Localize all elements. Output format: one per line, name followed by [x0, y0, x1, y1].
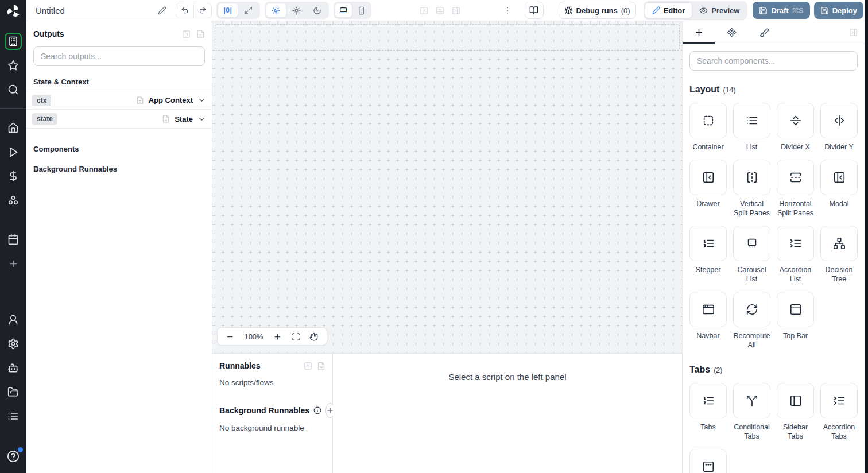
help-button[interactable] [6, 449, 21, 464]
grid-line [590, 21, 591, 353]
grid-line [269, 21, 269, 353]
component-card-carousel-list[interactable] [733, 226, 770, 261]
draft-button[interactable]: Draft ⌘S [753, 2, 809, 19]
doc-icon[interactable] [317, 362, 326, 370]
editor-preview-toggle: Editor Preview [644, 1, 748, 20]
component-card-top-bar[interactable] [777, 292, 814, 327]
collapse-right-panel-icon[interactable] [849, 28, 858, 37]
chevron-down-icon[interactable] [197, 96, 206, 104]
component-card-horizontal-split-panes[interactable] [777, 160, 814, 195]
fit-view-button[interactable] [292, 332, 300, 341]
sidebar-search-button[interactable] [5, 81, 22, 98]
component-item-accordion-tabs: Accordion Tabs [820, 383, 858, 441]
component-card-modal[interactable] [820, 160, 858, 195]
grid-line [212, 270, 682, 271]
grid-line [452, 21, 453, 353]
sidebar-list-button[interactable] [5, 408, 22, 425]
sidebar-star-button[interactable] [5, 57, 22, 74]
sidebar-user-button[interactable] [5, 311, 22, 328]
theme-dark-button[interactable] [307, 3, 328, 18]
component-card-list[interactable] [733, 103, 770, 138]
grid-line [212, 96, 682, 96]
panel-bottom-toggle-icon[interactable] [436, 6, 444, 15]
grid-line [425, 21, 425, 353]
section-title: Tabs [689, 365, 710, 375]
grid-line [361, 21, 361, 353]
more-menu-button[interactable] [503, 6, 512, 15]
component-card-navbar[interactable] [689, 292, 727, 327]
component-item-list: List [733, 103, 770, 152]
component-label: Top Bar [777, 331, 814, 340]
theme-auto-button[interactable] [266, 3, 286, 18]
collapse-runnables-icon[interactable] [304, 362, 312, 370]
component-card-accordion-tabs[interactable] [820, 383, 858, 418]
search-icon [7, 84, 19, 95]
panel-left-toggle-icon[interactable] [420, 6, 428, 15]
pan-mode-button[interactable] [309, 332, 318, 341]
deploy-button[interactable]: Deploy [814, 2, 863, 19]
doc-icon[interactable] [196, 30, 205, 38]
sidebar-folder-button[interactable] [5, 383, 22, 401]
screen-right-edge [865, 0, 868, 473]
theme-light-button[interactable] [286, 3, 307, 18]
component-item-divider-x: Divider X [777, 103, 814, 152]
tab-insert-component[interactable] [683, 21, 715, 44]
grid-line [212, 169, 682, 170]
undo-button[interactable] [176, 3, 193, 18]
component-card-accordion-list[interactable] [777, 226, 814, 261]
tab-settings-component[interactable] [715, 21, 748, 44]
network-icon [833, 237, 846, 250]
plus-icon [9, 259, 18, 269]
components-search-input[interactable] [689, 51, 858, 71]
canvas-dropzone[interactable] [215, 24, 680, 51]
tab-styling[interactable] [748, 21, 781, 44]
sidebar-building-button[interactable] [5, 33, 22, 50]
component-card-vertical-split-panes[interactable] [733, 160, 770, 195]
collapse-outputs-icon[interactable] [182, 30, 191, 38]
panel-right-toggle-icon[interactable] [452, 6, 460, 15]
component-card-recompute-all[interactable] [733, 292, 770, 327]
fixed-width-toggle[interactable]: |0| [218, 3, 238, 18]
component-card-divider-y[interactable] [820, 103, 858, 138]
editor-tab[interactable]: Editor [645, 2, 693, 18]
sidebar-plus-button[interactable] [5, 255, 22, 272]
zoom-out-button[interactable] [226, 332, 234, 341]
output-row-state[interactable]: stateState [26, 110, 212, 129]
grid-line [287, 21, 288, 353]
grid-line [581, 21, 582, 353]
sidebar-dollar-button[interactable] [5, 168, 22, 185]
debug-runs-button[interactable]: Debug runs (0) [559, 2, 636, 19]
undo-icon [181, 6, 189, 14]
expand-width-toggle[interactable] [238, 3, 259, 18]
sidebar-play-button[interactable] [5, 144, 22, 161]
outputs-search-input[interactable] [33, 46, 205, 66]
mobile-view-button[interactable] [352, 3, 370, 18]
chevron-down-icon[interactable] [197, 115, 206, 123]
component-card-decision-tree[interactable] [820, 226, 858, 261]
component-card-tabs[interactable] [689, 383, 727, 418]
sidebar-home-button[interactable] [5, 119, 22, 137]
redo-button[interactable] [193, 3, 211, 18]
app-canvas[interactable]: 100% [212, 21, 682, 353]
sidebar-calendar-button[interactable] [5, 231, 22, 248]
preview-tab[interactable]: Preview [692, 2, 746, 18]
component-card-conditional-tabs[interactable] [733, 383, 770, 418]
sidebar-resources-button[interactable] [5, 192, 22, 209]
windmill-logo[interactable] [0, 0, 26, 21]
refresh-icon [746, 303, 758, 316]
component-card-drawer[interactable] [689, 160, 727, 195]
zoom-in-button[interactable] [273, 332, 282, 341]
output-row-ctx[interactable]: ctxApp Context [26, 91, 212, 110]
component-card-sidebar-tabs[interactable] [777, 383, 814, 418]
component-card-stepper[interactable] [689, 226, 727, 261]
sidebar-gear-button[interactable] [5, 335, 22, 352]
list-collapse-icon [789, 237, 802, 250]
desktop-view-button[interactable] [335, 3, 352, 18]
edit-title-icon[interactable] [158, 6, 166, 15]
component-card-container[interactable] [689, 103, 727, 138]
docs-button[interactable] [525, 2, 544, 19]
grid-line [212, 261, 682, 262]
component-card-panel-top-dashed[interactable] [689, 449, 727, 473]
sidebar-bot-button[interactable] [5, 359, 22, 377]
component-card-divider-x[interactable] [777, 103, 814, 138]
